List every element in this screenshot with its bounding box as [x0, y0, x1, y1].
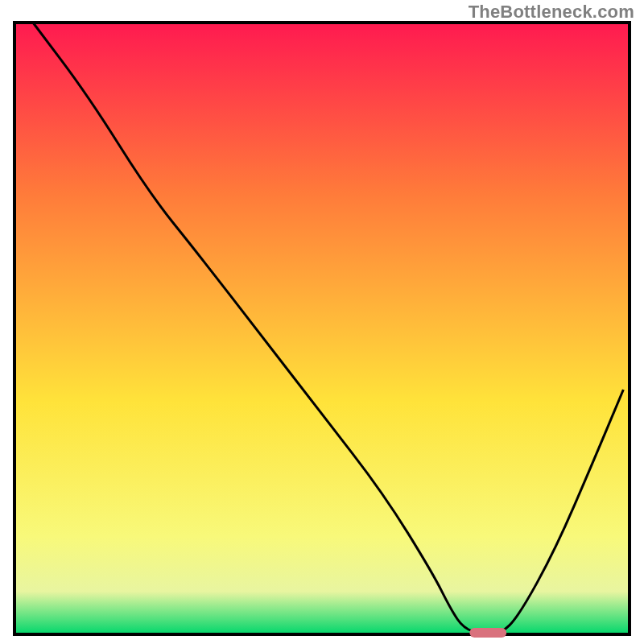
bottleneck-chart [0, 0, 644, 644]
chart-container: TheBottleneck.com [0, 0, 644, 644]
plot-background [14, 23, 630, 634]
optimum-marker [469, 628, 506, 638]
